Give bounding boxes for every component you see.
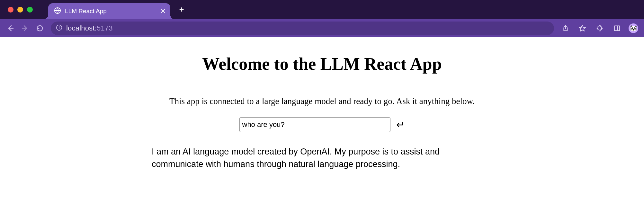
- window-titlebar: LLM React App ✕ +: [0, 0, 644, 19]
- prompt-row: ↵: [239, 117, 405, 132]
- page-subtitle: This app is connected to a large languag…: [169, 96, 475, 106]
- window-maximize-button[interactable]: [27, 7, 33, 13]
- window-minimize-button[interactable]: [17, 7, 23, 13]
- extensions-icon[interactable]: [594, 22, 605, 34]
- svg-rect-7: [614, 26, 620, 31]
- svg-point-5: [59, 26, 59, 26]
- address-bar[interactable]: localhost:5173: [51, 22, 554, 35]
- browser-toolbar: localhost:5173 🐼: [0, 19, 644, 37]
- tab-close-icon[interactable]: ✕: [160, 8, 166, 15]
- address-text: localhost:5173: [66, 24, 113, 32]
- prompt-input[interactable]: [239, 117, 390, 132]
- svg-marker-6: [579, 25, 586, 31]
- bookmark-star-icon[interactable]: [577, 22, 588, 34]
- profile-avatar[interactable]: 🐼: [629, 23, 638, 33]
- sidepanel-icon[interactable]: [611, 22, 623, 34]
- site-info-icon[interactable]: [56, 24, 62, 32]
- page-content: Welcome to the LLM React App This app is…: [0, 37, 644, 171]
- forward-button[interactable]: [19, 22, 31, 35]
- new-tab-button[interactable]: +: [175, 0, 188, 19]
- submit-button[interactable]: ↵: [396, 119, 405, 130]
- window-close-button[interactable]: [8, 7, 13, 13]
- toolbar-right: 🐼: [559, 22, 640, 34]
- llm-response: I am an AI language model created by Ope…: [152, 146, 492, 171]
- globe-icon: [54, 7, 61, 15]
- traffic-lights: [8, 7, 33, 13]
- page-title: Welcome to the LLM React App: [202, 54, 442, 74]
- tab-title: LLM React App: [65, 8, 156, 15]
- reload-button[interactable]: [33, 22, 46, 35]
- share-icon[interactable]: [559, 22, 571, 34]
- browser-tab[interactable]: LLM React App ✕: [48, 3, 170, 19]
- back-button[interactable]: [4, 22, 17, 35]
